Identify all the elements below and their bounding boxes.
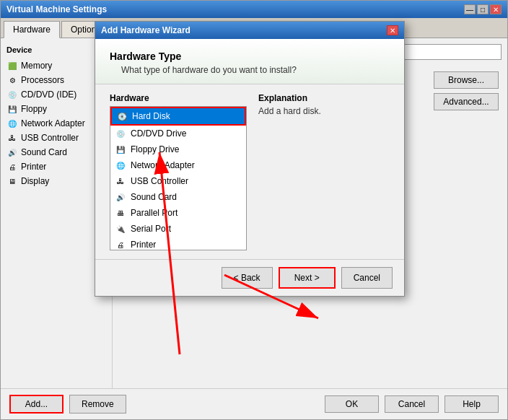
device-label-processors: Processors [21,75,64,85]
hw-item-hard-disk[interactable]: 💽 Hard Disk [110,107,246,126]
explanation-label: Explanation [258,93,390,103]
hardware-list-label: Hardware [110,93,247,103]
explanation-text: Add a hard disk. [258,106,390,116]
hardware-list-container: Hardware 💽 Hard Disk 💿 CD/DVD Drive 💾 Fl… [110,93,247,250]
explanation-panel: Explanation Add a hard disk. [258,93,390,250]
device-item-floppy[interactable]: 💾 Floppy [4,102,109,116]
minimize-button[interactable]: — [464,4,476,14]
device-item-processors[interactable]: ⚙ Processors [4,73,109,87]
bottom-left-buttons: Add... Remove [9,395,126,414]
dialog-title-bar: Add Hardware Wizard ✕ [95,22,404,39]
main-bottom-bar: Add... Remove OK Cancel Help [1,388,507,419]
hw-item-floppy[interactable]: 💾 Floppy Drive [110,141,246,157]
serial-port-icon: 🔌 [115,223,126,235]
device-label-memory: Memory [21,61,52,71]
device-item-usb[interactable]: 🖧 USB Controller [4,131,109,145]
dialog-close-button[interactable]: ✕ [387,25,398,35]
display-icon: 🖥 [6,175,18,187]
close-button[interactable]: ✕ [490,4,502,14]
dialog-body: Hardware 💽 Hard Disk 💿 CD/DVD Drive 💾 Fl… [95,84,404,259]
cancel-button[interactable]: Cancel [385,395,439,413]
cddvd-icon: 💿 [6,89,18,100]
parallel-port-icon: 🖶 [115,207,126,219]
printer-icon: 🖨 [6,161,18,172]
device-item-memory[interactable]: 🟩 Memory [4,58,109,73]
device-list-header: Device [4,44,109,56]
usb-icon: 🖧 [6,132,18,144]
hw-item-sound-card[interactable]: 🔊 Sound Card [110,189,246,205]
tab-hardware[interactable]: Hardware [4,21,60,38]
processors-icon: ⚙ [6,74,18,86]
ok-button[interactable]: OK [325,395,379,413]
add-button[interactable]: Add... [9,395,64,414]
device-label-floppy: Floppy [21,104,47,114]
dialog-header: Hardware Type What type of hardware do y… [95,39,404,84]
main-window-title: Virtual Machine Settings [6,4,107,14]
back-button[interactable]: < Back [222,267,273,289]
dialog-footer: < Back Next > Cancel [95,259,404,296]
browse-button[interactable]: Browse... [434,71,499,89]
device-label-usb: USB Controller [21,133,79,143]
floppy-drive-icon: 💾 [115,144,126,155]
floppy-icon: 💾 [6,103,18,115]
device-item-display[interactable]: 🖥 Display [4,174,109,188]
hw-item-usb-controller[interactable]: 🖧 USB Controller [110,173,246,189]
maximize-button[interactable]: □ [477,4,489,14]
remove-button[interactable]: Remove [69,395,126,414]
hw-item-printer[interactable]: 🖨 Printer [110,237,246,250]
device-item-printer[interactable]: 🖨 Printer [4,159,109,174]
hw-item-parallel-port[interactable]: 🖶 Parallel Port [110,205,246,221]
device-label-network: Network Adapter [21,118,85,128]
next-button[interactable]: Next > [279,267,336,289]
device-label-printer: Printer [21,162,46,172]
device-label-sound: Sound Card [21,147,67,157]
hard-disk-icon: 💽 [116,110,128,122]
device-item-cddvd[interactable]: 💿 CD/DVD (IDE) [4,87,109,102]
device-item-network[interactable]: 🌐 Network Adapter [4,116,109,131]
network-icon: 🌐 [6,118,18,129]
hw-item-cddvd[interactable]: 💿 CD/DVD Drive [110,126,246,141]
main-title-bar: Virtual Machine Settings — □ ✕ [1,1,507,18]
title-bar-controls: — □ ✕ [464,4,502,14]
dialog-title: Add Hardware Wizard [101,25,190,35]
dialog-header-title: Hardware Type [110,51,390,62]
hw-item-serial-port[interactable]: 🔌 Serial Port [110,221,246,237]
bottom-right-buttons: OK Cancel Help [325,395,499,413]
sound-icon: 🔊 [6,146,18,158]
hardware-list[interactable]: 💽 Hard Disk 💿 CD/DVD Drive 💾 Floppy Driv… [110,106,247,250]
printer-hw-icon: 🖨 [115,239,126,250]
network-adapter-icon: 🌐 [115,159,126,171]
hw-item-network-adapter[interactable]: 🌐 Network Adapter [110,157,246,173]
device-label-display: Display [21,176,49,186]
sound-card-icon: 🔊 [115,191,126,203]
cddvd-drive-icon: 💿 [115,128,126,139]
usb-controller-icon: 🖧 [115,175,126,187]
dialog-header-subtitle: What type of hardware do you want to ins… [110,65,390,75]
dialog-cancel-button[interactable]: Cancel [341,267,393,289]
help-button[interactable]: Help [444,395,499,413]
memory-icon: 🟩 [6,60,18,71]
add-hardware-dialog: Add Hardware Wizard ✕ Hardware Type What… [95,21,405,297]
advanced-button[interactable]: Advanced... [434,93,499,110]
device-item-sound[interactable]: 🔊 Sound Card [4,145,109,159]
device-label-cddvd: CD/DVD (IDE) [21,89,76,100]
